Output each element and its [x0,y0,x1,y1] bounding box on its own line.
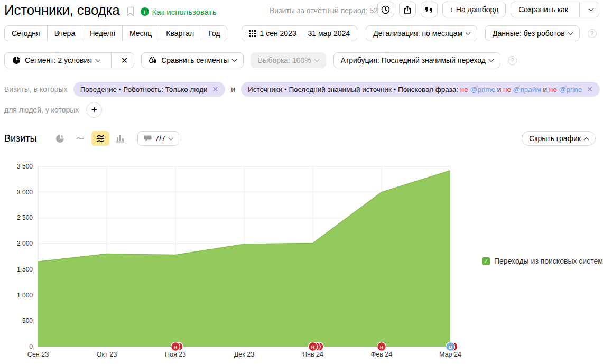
svg-text:Н: Н [311,344,315,350]
line-chart-icon[interactable] [71,131,89,146]
attribution-label: Атрибуция: Последний значимый переход [341,56,486,64]
svg-text:Янв 24: Янв 24 [302,351,323,358]
export-icon [403,5,412,14]
chart-title: Визиты [4,133,37,144]
chevron-down-icon [589,6,594,11]
people-filter-label: для людей, у которых [4,106,79,114]
compare-drops-icon [149,56,157,64]
svg-text:Дек 23: Дек 23 [234,351,254,358]
visits-period-summary: Визиты за отчётный период: 52 466 [270,6,392,15]
svg-text:Сен 23: Сен 23 [27,351,49,358]
segment-clear-button[interactable]: ✕ [115,55,134,66]
quotes-icon [424,5,433,14]
legend-checkbox[interactable]: ✓ [482,257,490,265]
page-title: Источники, сводка [4,2,120,18]
save-as-button[interactable]: Сохранить как [511,2,599,17]
svg-text:Н: Н [174,344,178,350]
page-header: Источники, сводка i Как использовать [4,2,217,18]
chevron-down-icon [314,57,319,62]
area-chart-icon[interactable] [91,131,109,146]
add-to-dashboard-button[interactable]: + На дашборд [442,2,506,17]
svg-text:500: 500 [22,317,33,324]
legend-label: Переходы из поисковых систем [494,257,603,265]
calendar-grid-icon [249,30,256,37]
annotations-dropdown[interactable]: 7/7 [137,131,179,146]
help-icon[interactable]: ? [508,56,517,65]
people-filter-row: для людей, у которых + [4,102,102,118]
tab-today[interactable]: Сегодня [4,25,48,41]
chevron-down-icon [232,57,237,62]
speech-bubble-icon [144,135,152,142]
info-icon: i [141,7,149,16]
filter-chip-source[interactable]: Источники • Последний значимый источник … [241,82,600,97]
history-button[interactable] [377,2,394,17]
chevron-down-icon [489,57,494,62]
detalization-dropdown[interactable]: Детализация: по месяцам [366,25,477,41]
how-to-use-link[interactable]: Как использовать [152,7,217,16]
svg-text:2 000: 2 000 [17,240,33,247]
save-as-label: Сохранить как [511,5,576,14]
divider [111,53,112,68]
date-range-label: 1 сен 2023 — 31 мар 2024 [259,29,350,38]
period-tabs: Сегодня Вчера Неделя Месяц Квартал Год [4,25,227,41]
bar-chart-icon[interactable] [112,131,129,146]
segment-pie-icon [12,56,21,64]
add-people-condition-button[interactable]: + [86,102,102,118]
svg-text:Фев 24: Фев 24 [371,351,393,358]
conjunction-label: и [231,85,235,94]
bookmark-icon[interactable] [126,6,134,16]
sampling-dropdown[interactable]: Выборка: 100% [251,52,326,68]
sampling-label: Выборка: 100% [258,56,311,64]
export-button[interactable] [399,2,416,17]
visits-filter-row: Визиты, в которых Поведение • Роботность… [4,81,603,97]
hide-chart-button[interactable]: Скрыть график [522,131,596,146]
data-mode-dropdown[interactable]: Данные: без роботов [485,25,580,41]
data-mode-label: Данные: без роботов [493,29,565,38]
svg-text:Мар 24: Мар 24 [439,351,461,358]
date-range-picker[interactable]: 1 сен 2023 — 31 мар 2024 [242,25,357,41]
remove-filter-icon[interactable]: ✕ [212,86,218,93]
chart-header: Визиты 7/7 [4,131,179,146]
filter-chip-source-text: Источники • Последний значимый источник … [248,86,582,94]
remove-filter-icon[interactable]: ✕ [587,86,593,93]
svg-text:1 000: 1 000 [17,292,33,299]
help-icon[interactable]: ? [588,29,597,38]
svg-text:Ноя 23: Ноя 23 [165,351,186,358]
filter-chip-behavior[interactable]: Поведение • Роботность: Только люди ✕ [73,82,226,97]
detalization-label: Детализация: по месяцам [373,29,462,38]
tab-quarter[interactable]: Квартал [159,25,201,41]
tab-yesterday[interactable]: Вчера [47,25,83,41]
attribution-dropdown[interactable]: Атрибуция: Последний значимый переход [333,52,500,68]
svg-text:0: 0 [29,343,33,350]
svg-text:Н: Н [380,344,384,350]
compare-segments-label: Сравнить сегменты [161,56,229,64]
save-as-dropdown[interactable] [583,9,599,11]
svg-text:В: В [449,344,452,350]
hide-chart-label: Скрыть график [529,134,581,143]
chevron-down-icon [568,30,573,35]
divider [579,2,580,17]
pie-chart-icon[interactable] [51,131,69,146]
chevron-down-icon [466,30,471,35]
period-bar: Сегодня Вчера Неделя Месяц Квартал Год 1… [4,25,597,41]
chevron-down-icon [169,135,174,140]
comments-button[interactable] [421,2,438,17]
svg-text:1 500: 1 500 [17,266,33,273]
annotations-count: 7/7 [155,134,165,143]
tab-week[interactable]: Неделя [82,25,123,41]
svg-text:Окт 23: Окт 23 [97,351,117,358]
visits-filter-label: Визиты, в которых [4,85,68,94]
tab-year[interactable]: Год [201,25,227,41]
tab-month[interactable]: Месяц [122,25,159,41]
chevron-up-icon [584,137,589,142]
svg-text:3 500: 3 500 [17,163,33,170]
clock-icon [381,5,390,14]
svg-text:2 500: 2 500 [17,214,33,221]
visits-area-chart[interactable]: 05001 0001 5002 0002 5003 0003 500Сен 23… [11,162,470,362]
header-toolbar: + На дашборд Сохранить как [377,2,599,17]
chevron-down-icon [95,57,100,62]
segment-dropdown[interactable]: Сегмент: 2 условия ✕ [4,52,134,68]
segment-bar: Сегмент: 2 условия ✕ Сравнить сегменты В… [4,52,517,68]
svg-text:3 000: 3 000 [17,189,33,196]
compare-segments-dropdown[interactable]: Сравнить сегменты [141,52,244,68]
